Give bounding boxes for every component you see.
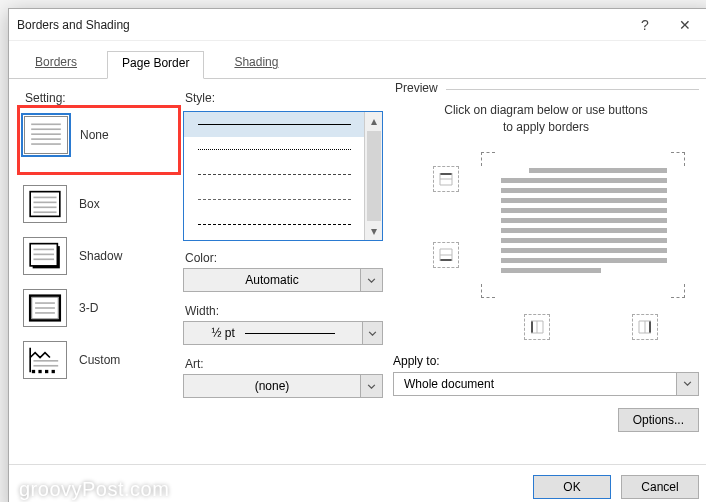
style-listbox[interactable]: ▴ ▾ (183, 111, 383, 241)
chevron-down-icon[interactable] (360, 269, 382, 291)
corner-marker (671, 152, 685, 166)
setting-3d-label: 3-D (79, 301, 98, 315)
setting-box[interactable]: Box (23, 185, 173, 223)
tab-shading[interactable]: Shading (232, 51, 280, 78)
color-combo[interactable]: Automatic (183, 268, 383, 292)
border-right-button[interactable] (632, 314, 658, 340)
corner-marker (481, 284, 495, 298)
svg-rect-26 (52, 370, 55, 373)
setting-custom-label: Custom (79, 353, 120, 367)
preview-group: Preview Click on diagram below or use bu… (393, 89, 699, 432)
scroll-thumb[interactable] (367, 131, 381, 221)
border-bottom-button[interactable] (433, 242, 459, 268)
svg-rect-24 (38, 370, 41, 373)
width-label: Width: (185, 304, 383, 318)
corner-marker (671, 284, 685, 298)
document-lines-icon (501, 168, 667, 282)
help-icon[interactable]: ? (625, 17, 665, 33)
setting-shadow[interactable]: Shadow (23, 237, 173, 275)
threed-icon (23, 289, 67, 327)
setting-column: Setting: None Box Shadow (23, 87, 173, 464)
setting-label: Setting: (25, 91, 173, 105)
apply-to-combo[interactable]: Whole document (393, 372, 699, 396)
width-value: ½ pt (211, 326, 234, 340)
width-combo[interactable]: ½ pt (183, 321, 383, 345)
setting-custom[interactable]: Custom (23, 341, 173, 379)
svg-rect-25 (45, 370, 48, 373)
dialog-borders-and-shading: Borders and Shading ? ✕ Borders Page Bor… (8, 8, 706, 502)
corner-marker (481, 152, 495, 166)
apply-to-label: Apply to: (393, 354, 699, 368)
tab-borders[interactable]: Borders (33, 51, 79, 78)
color-label: Color: (185, 251, 383, 265)
window-title: Borders and Shading (17, 18, 625, 32)
style-option-dashdot[interactable] (184, 212, 364, 237)
style-column: Style: ▴ ▾ Color: Automatic (183, 87, 383, 464)
setting-none[interactable]: None (24, 116, 172, 154)
svg-rect-37 (531, 321, 533, 333)
color-value: Automatic (184, 273, 360, 287)
dialog-body: Setting: None Box Shadow (9, 79, 706, 464)
box-icon (23, 185, 67, 223)
preview-diagram[interactable] (393, 150, 699, 300)
chevron-down-icon[interactable] (362, 322, 382, 344)
scroll-up-icon[interactable]: ▴ (365, 112, 382, 130)
art-value: (none) (184, 379, 360, 393)
style-scrollbar[interactable]: ▴ ▾ (364, 112, 382, 240)
border-left-button[interactable] (524, 314, 550, 340)
style-items (184, 112, 364, 240)
tab-page-border[interactable]: Page Border (107, 51, 204, 79)
setting-3d[interactable]: 3-D (23, 289, 173, 327)
preview-hint: Click on diagram below or use buttonsto … (393, 102, 699, 136)
svg-rect-32 (440, 259, 452, 261)
close-icon[interactable]: ✕ (665, 17, 705, 33)
setting-none-label: None (80, 128, 109, 142)
titlebar: Borders and Shading ? ✕ (9, 9, 706, 41)
style-option-solid[interactable] (184, 112, 364, 137)
svg-rect-23 (32, 370, 35, 373)
options-button[interactable]: Options... (618, 408, 699, 432)
style-option-dashed-small[interactable] (184, 187, 364, 212)
tab-bar: Borders Page Border Shading (9, 41, 706, 79)
ok-button[interactable]: OK (533, 475, 611, 499)
style-label: Style: (185, 91, 383, 105)
art-label: Art: (185, 357, 383, 371)
setting-shadow-label: Shadow (79, 249, 122, 263)
cancel-button[interactable]: Cancel (621, 475, 699, 499)
highlight-none: None (17, 105, 181, 175)
art-combo[interactable]: (none) (183, 374, 383, 398)
border-lr-row (483, 314, 699, 340)
custom-icon (23, 341, 67, 379)
chevron-down-icon[interactable] (676, 373, 698, 395)
preview-label: Preview (393, 81, 446, 95)
border-top-button[interactable] (433, 166, 459, 192)
preview-column: Preview Click on diagram below or use bu… (393, 87, 699, 464)
scroll-down-icon[interactable]: ▾ (365, 222, 382, 240)
chevron-down-icon[interactable] (360, 375, 382, 397)
none-icon (24, 116, 68, 154)
setting-box-label: Box (79, 197, 100, 211)
dialog-footer: OK Cancel (9, 464, 706, 502)
style-option-dotted[interactable] (184, 137, 364, 162)
style-option-dashed-med[interactable] (184, 162, 364, 187)
shadow-icon (23, 237, 67, 275)
svg-rect-27 (440, 173, 452, 175)
apply-to-value: Whole document (394, 377, 676, 391)
svg-rect-42 (649, 321, 651, 333)
width-sample-line (245, 333, 335, 334)
